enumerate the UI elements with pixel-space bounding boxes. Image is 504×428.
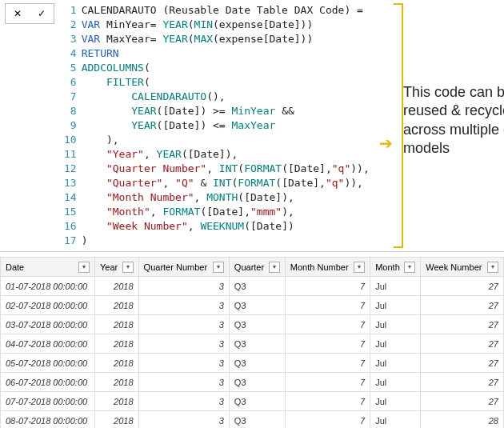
table-cell[interactable]: 06-07-2018 00:00:00 [1, 373, 95, 392]
column-filter-icon[interactable]: ▾ [122, 262, 134, 273]
table-cell[interactable]: 3 [138, 373, 229, 392]
table-cell[interactable]: 3 [138, 392, 229, 411]
code-line[interactable]: CALENDARAUTO(), [82, 90, 371, 104]
code-line[interactable]: ), [82, 133, 371, 147]
code-line[interactable]: "Month", FORMAT([Date],"mmm"), [82, 205, 371, 219]
table-row[interactable]: 04-07-2018 00:00:0020183Q37Jul27 [1, 334, 504, 354]
code-line[interactable]: ADDCOLUMNS( [82, 61, 371, 75]
table-row[interactable]: 07-07-2018 00:00:0020183Q37Jul27 [1, 392, 504, 411]
code-line[interactable]: "Week Number", WEEKNUM([Date]) [82, 219, 371, 234]
table-cell[interactable]: 7 [285, 315, 370, 334]
table-cell[interactable]: Q3 [229, 315, 285, 334]
table-cell[interactable]: 2018 [95, 392, 139, 411]
table-row[interactable]: 03-07-2018 00:00:0020183Q37Jul27 [1, 315, 504, 334]
table-cell[interactable]: Jul [370, 373, 421, 392]
table-cell[interactable]: 07-07-2018 00:00:00 [1, 392, 95, 411]
table-cell[interactable]: 2018 [95, 334, 139, 354]
table-cell[interactable]: 27 [421, 373, 504, 392]
table-cell[interactable]: 2018 [95, 315, 139, 334]
table-cell[interactable]: Jul [370, 334, 421, 354]
code-line[interactable]: ) [82, 234, 371, 248]
table-cell[interactable]: Q3 [229, 296, 285, 315]
table-cell[interactable]: Jul [370, 392, 421, 411]
table-header-row: Date▾Year▾Quarter Number▾Quarter▾Month N… [1, 258, 504, 277]
code-content[interactable]: CALENDARAUTO (Reusable Date Table DAX Co… [82, 3, 371, 248]
table-cell[interactable]: Q3 [229, 334, 285, 354]
table-cell[interactable]: Q3 [229, 392, 285, 411]
table-cell[interactable]: 3 [138, 315, 229, 334]
table-cell[interactable]: Jul [370, 354, 421, 373]
table-row[interactable]: 08-07-2018 00:00:0020183Q37Jul28 [1, 411, 504, 429]
table-cell[interactable]: 01-07-2018 00:00:00 [1, 277, 95, 296]
table-cell[interactable]: 27 [421, 392, 504, 411]
table-cell[interactable]: 2018 [95, 411, 139, 429]
table-cell[interactable]: 2018 [95, 373, 139, 392]
table-cell[interactable]: 7 [285, 334, 370, 354]
table-cell[interactable]: 05-07-2018 00:00:00 [1, 354, 95, 373]
column-filter-icon[interactable]: ▾ [354, 262, 365, 273]
table-cell[interactable]: 2018 [95, 354, 139, 373]
code-line[interactable]: "Quarter Number", INT(FORMAT([Date],"q")… [82, 162, 371, 176]
table-cell[interactable]: Jul [370, 315, 421, 334]
code-line[interactable]: "Year", YEAR([Date]), [82, 147, 371, 162]
table-cell[interactable]: Q3 [229, 354, 285, 373]
table-cell[interactable]: 27 [421, 315, 504, 334]
column-filter-icon[interactable]: ▾ [269, 262, 280, 273]
table-cell[interactable]: 7 [285, 296, 370, 315]
table-cell[interactable]: 02-07-2018 00:00:00 [1, 296, 95, 315]
column-filter-icon[interactable]: ▾ [487, 262, 498, 273]
table-row[interactable]: 02-07-2018 00:00:0020183Q37Jul27 [1, 296, 504, 315]
table-cell[interactable]: 08-07-2018 00:00:00 [1, 411, 95, 429]
table-cell[interactable]: 7 [285, 277, 370, 296]
column-header[interactable]: Quarter Number▾ [138, 258, 229, 277]
table-cell[interactable]: Jul [370, 411, 421, 429]
table-row[interactable]: 05-07-2018 00:00:0020183Q37Jul27 [1, 354, 504, 373]
table-cell[interactable]: 04-07-2018 00:00:00 [1, 334, 95, 354]
table-row[interactable]: 01-07-2018 00:00:0020183Q37Jul27 [1, 277, 504, 296]
table-cell[interactable]: 3 [138, 411, 229, 429]
column-header[interactable]: Quarter▾ [229, 258, 285, 277]
table-cell[interactable]: 7 [285, 411, 370, 429]
code-line[interactable]: YEAR([Date]) >= MinYear && [82, 104, 371, 118]
table-cell[interactable]: 3 [138, 277, 229, 296]
table-cell[interactable]: Jul [370, 277, 421, 296]
dax-editor[interactable]: 1234567891011121314151617 CALENDARAUTO (… [59, 3, 499, 248]
code-line[interactable]: CALENDARAUTO (Reusable Date Table DAX Co… [82, 3, 371, 18]
table-cell[interactable]: 27 [421, 277, 504, 296]
table-cell[interactable]: 3 [138, 296, 229, 315]
cancel-button[interactable]: ✕ [6, 4, 30, 23]
table-cell[interactable]: 27 [421, 354, 504, 373]
column-header[interactable]: Date▾ [1, 258, 95, 277]
column-filter-icon[interactable]: ▾ [404, 262, 415, 273]
table-cell[interactable]: 27 [421, 334, 504, 354]
table-cell[interactable]: 2018 [95, 277, 139, 296]
code-line[interactable]: "Month Number", MONTH([Date]), [82, 190, 371, 205]
table-cell[interactable]: 28 [421, 411, 504, 429]
column-header[interactable]: Month Number▾ [285, 258, 370, 277]
column-filter-icon[interactable]: ▾ [78, 262, 90, 273]
table-cell[interactable]: 7 [285, 354, 370, 373]
table-cell[interactable]: Q3 [229, 373, 285, 392]
table-cell[interactable]: 03-07-2018 00:00:00 [1, 315, 95, 334]
table-cell[interactable]: Jul [370, 296, 421, 315]
commit-button[interactable]: ✓ [30, 4, 54, 23]
code-line[interactable]: RETURN [82, 46, 371, 61]
table-cell[interactable]: Q3 [229, 411, 285, 429]
table-cell[interactable]: 2018 [95, 296, 139, 315]
column-header[interactable]: Week Number▾ [421, 258, 504, 277]
code-line[interactable]: "Quarter", "Q" & INT(FORMAT([Date],"q"))… [82, 176, 371, 190]
table-cell[interactable]: 7 [285, 392, 370, 411]
column-filter-icon[interactable]: ▾ [213, 262, 224, 273]
table-cell[interactable]: 3 [138, 354, 229, 373]
table-cell[interactable]: Q3 [229, 277, 285, 296]
table-cell[interactable]: 7 [285, 373, 370, 392]
column-header[interactable]: Year▾ [95, 258, 139, 277]
code-line[interactable]: VAR MinYear= YEAR(MIN(expense[Date])) [82, 18, 371, 32]
code-line[interactable]: YEAR([Date]) <= MaxYear [82, 118, 371, 133]
table-row[interactable]: 06-07-2018 00:00:0020183Q37Jul27 [1, 373, 504, 392]
table-cell[interactable]: 27 [421, 296, 504, 315]
column-header[interactable]: Month▾ [370, 258, 421, 277]
code-line[interactable]: FILTER( [82, 75, 371, 90]
table-cell[interactable]: 3 [138, 334, 229, 354]
code-line[interactable]: VAR MaxYear= YEAR(MAX(expense[Date])) [82, 32, 371, 46]
